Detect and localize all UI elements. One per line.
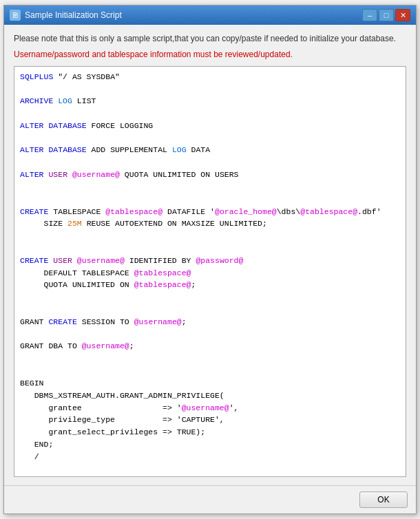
script-content: SQLPLUS "/ AS SYSDBA" ARCHIVE LOG LIST A… — [14, 67, 406, 477]
title-bar: 🖹 Sample Initialization Script – □ ✕ — [4, 6, 416, 25]
notice-line2: Username/password and tablespace informa… — [14, 49, 406, 61]
maximize-button[interactable]: □ — [379, 9, 394, 21]
window-title: Sample Initialization Script — [25, 10, 122, 20]
notice-line1: Please note that this is only a sample s… — [14, 33, 406, 45]
close-button[interactable]: ✕ — [395, 9, 410, 21]
script-container[interactable]: SQLPLUS "/ AS SYSDBA" ARCHIVE LOG LIST A… — [14, 66, 406, 477]
title-controls: – □ ✕ — [362, 9, 410, 21]
window-icon: 🖹 — [10, 10, 21, 21]
title-bar-left: 🖹 Sample Initialization Script — [10, 10, 122, 21]
ok-button[interactable]: OK — [359, 491, 408, 508]
minimize-button[interactable]: – — [362, 9, 377, 21]
main-window: 🖹 Sample Initialization Script – □ ✕ Ple… — [3, 5, 417, 514]
bottom-bar: OK — [4, 485, 416, 513]
content-area: Please note that this is only a sample s… — [4, 25, 416, 485]
